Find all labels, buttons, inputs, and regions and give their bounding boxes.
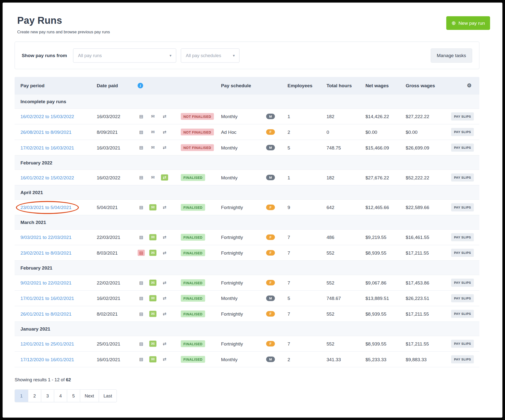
- net-wages: $9,219.55: [365, 235, 406, 240]
- pay-schedules-dropdown[interactable]: All pay schedules ▾: [181, 48, 240, 62]
- pagination-page-1[interactable]: 1: [15, 390, 28, 402]
- gross-wages: $17,211.55: [406, 341, 451, 346]
- journal-icon: ▤: [138, 113, 145, 119]
- date-paid: 16/02/2022: [97, 175, 138, 180]
- pay-period-link[interactable]: 23/03/2021 to 5/04/2021: [20, 205, 71, 210]
- pay-period-link[interactable]: 17/02/2021 to 16/03/2021: [20, 145, 74, 150]
- payslips-cell: PAY SLIPS: [451, 294, 473, 302]
- chevron-down-icon: ▾: [233, 53, 235, 58]
- pay-slips-button[interactable]: PAY SLIPS: [451, 233, 474, 241]
- frequency-badge: F: [266, 205, 275, 210]
- sync-icon: ⇄: [161, 113, 168, 119]
- pay-period-cell: 26/08/2021 to 8/09/2021: [20, 129, 96, 135]
- plus-circle-icon: ⊕: [452, 20, 456, 25]
- net-wages: $8,939.55: [365, 250, 406, 255]
- header-pay-schedule: Pay schedule: [221, 83, 266, 88]
- pay-schedule: Fortnightly: [221, 311, 266, 316]
- pay-period-link[interactable]: 26/01/2021 to 8/02/2021: [20, 311, 71, 316]
- pay-schedule: Fortnightly: [221, 235, 266, 240]
- pagination-next[interactable]: Next: [80, 390, 99, 402]
- pay-slips-button[interactable]: PAY SLIPS: [451, 310, 474, 318]
- header-date-paid: Date paid: [97, 83, 138, 88]
- gross-wages: $16,461.55: [406, 235, 451, 240]
- status-badge: FINALISED: [181, 249, 205, 256]
- pay-period-link[interactable]: 16/01/2022 to 15/02/2022: [20, 175, 74, 180]
- pay-slips-button[interactable]: PAY SLIPS: [451, 144, 474, 152]
- pagination: 12345NextLast: [15, 389, 117, 402]
- pay-schedules-dropdown-value: All pay schedules: [186, 53, 221, 58]
- new-pay-run-button[interactable]: ⊕ New pay run: [446, 16, 490, 30]
- status-icons: ▤✉⇄: [138, 295, 181, 301]
- gear-icon[interactable]: ⚙: [467, 83, 471, 88]
- pay-slips-button[interactable]: PAY SLIPS: [451, 249, 474, 257]
- payslips-cell: PAY SLIPS: [451, 203, 473, 211]
- status-icons: ▤✉⇄: [138, 311, 181, 317]
- pay-period-link[interactable]: 9/02/2021 to 22/02/2021: [20, 280, 71, 285]
- pagination-page-2[interactable]: 2: [28, 390, 41, 402]
- frequency-cell: M: [266, 145, 288, 150]
- payslips-cell: PAY SLIPS: [451, 310, 473, 318]
- sync-icon: ⇄: [161, 341, 168, 347]
- status-badge: NOT FINALISED: [181, 144, 214, 151]
- section-label: February 2022: [15, 155, 480, 169]
- pay-runs-dropdown[interactable]: All pay runs ▾: [73, 48, 176, 62]
- pay-slips-button[interactable]: PAY SLIPS: [451, 203, 474, 211]
- pay-period-link[interactable]: 26/08/2021 to 8/09/2021: [20, 129, 71, 135]
- employees-count: 9: [288, 205, 326, 210]
- pay-period-link[interactable]: 9/03/2021 to 22/03/2021: [20, 235, 71, 240]
- pay-slips-button[interactable]: PAY SLIPS: [451, 112, 474, 121]
- pay-period-cell: 23/02/2021 to 8/03/2021: [20, 250, 96, 255]
- sync-icon: ⇄: [161, 295, 168, 301]
- journal-icon: ▤: [138, 204, 145, 210]
- pagination-last[interactable]: Last: [99, 390, 117, 402]
- journal-icon: ▤: [138, 234, 145, 240]
- pay-schedule: Fortnightly: [221, 205, 266, 210]
- gross-wages: $17,453.86: [406, 280, 451, 285]
- gross-wages: $17,211.55: [406, 311, 451, 316]
- pay-period-link[interactable]: 17/01/2021 to 16/02/2021: [20, 296, 74, 301]
- status-badge: FINALISED: [181, 340, 205, 347]
- date-paid: 16/03/2021: [97, 145, 138, 150]
- section-label: March 2021: [15, 215, 480, 229]
- pagination-page-4[interactable]: 4: [54, 390, 67, 402]
- pagination-page-5[interactable]: 5: [67, 390, 80, 402]
- status-icons: ▤✉⇄: [138, 250, 181, 256]
- status-icons: ▤✉⇄: [138, 204, 181, 210]
- info-icon[interactable]: i: [138, 83, 143, 88]
- page-subtitle: Create new pay runs and browse previous …: [17, 30, 110, 35]
- frequency-badge: F: [266, 129, 275, 135]
- pay-period-link[interactable]: 23/02/2021 to 8/03/2021: [20, 250, 71, 255]
- status-icons: ▤✉⇄: [138, 145, 181, 151]
- employees-count: 7: [288, 341, 326, 346]
- pay-slips-button[interactable]: PAY SLIPS: [451, 340, 474, 348]
- employees-count: 1: [288, 114, 326, 119]
- employees-count: 1: [288, 175, 326, 180]
- pay-slips-button[interactable]: PAY SLIPS: [451, 355, 474, 363]
- chevron-down-icon: ▾: [169, 53, 171, 58]
- pay-period-cell: 9/03/2021 to 22/03/2021: [20, 235, 96, 240]
- manage-tasks-button[interactable]: Manage tasks: [431, 48, 472, 62]
- total-hours: 486: [326, 235, 365, 240]
- pay-period-cell: 9/02/2021 to 22/02/2021: [20, 280, 96, 285]
- total-hours: 552: [326, 250, 365, 255]
- journal-icon: ▤: [138, 311, 145, 317]
- pagination-page-3[interactable]: 3: [41, 390, 54, 402]
- pay-period-link[interactable]: 12/01/2021 to 25/01/2021: [20, 341, 74, 346]
- date-paid: 8/09/2021: [97, 129, 138, 135]
- pay-period-link[interactable]: 16/02/2022 to 15/03/2022: [20, 114, 74, 119]
- journal-icon: ▤: [138, 174, 145, 181]
- payslips-cell: PAY SLIPS: [451, 173, 473, 182]
- net-wages: $5,233.33: [365, 357, 406, 362]
- pay-slips-button[interactable]: PAY SLIPS: [451, 173, 474, 182]
- pay-slips-button[interactable]: PAY SLIPS: [451, 279, 474, 287]
- pay-slips-button[interactable]: PAY SLIPS: [451, 294, 474, 302]
- total-hours: 748.67: [326, 296, 365, 301]
- pay-slips-button[interactable]: PAY SLIPS: [451, 128, 474, 136]
- status-cell: FINALISED: [181, 204, 221, 211]
- mail-icon: ✉: [149, 280, 156, 286]
- frequency-badge: M: [266, 296, 275, 301]
- pay-period-link[interactable]: 17/12/2020 to 16/01/2021: [20, 357, 74, 362]
- pay-period-cell: 17/01/2021 to 16/02/2021: [20, 296, 96, 301]
- section-label: Incomplete pay runs: [15, 94, 480, 108]
- filter-label: Show pay runs from: [22, 53, 67, 58]
